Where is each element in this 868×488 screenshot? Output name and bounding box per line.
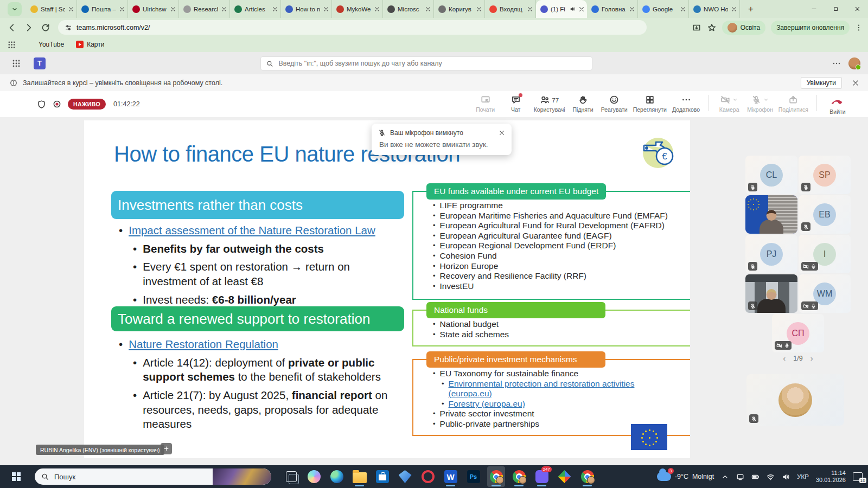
taskbar-app-icon[interactable] (419, 466, 437, 487)
participant-tile[interactable] (745, 274, 797, 313)
browser-menu-icon[interactable] (855, 24, 863, 31)
device-button[interactable]: Камера (714, 93, 744, 114)
taskbar-app-icon[interactable]: 247 (533, 466, 551, 487)
browser-tab[interactable]: Articles (230, 0, 281, 18)
browser-tab[interactable]: Ulrichsw (128, 0, 179, 18)
toolbar-button[interactable]: Почати (470, 93, 501, 114)
self-view-tile[interactable] (746, 374, 844, 426)
chevron-down-icon[interactable] (732, 97, 738, 102)
taskbar-app-icon[interactable]: Ps (464, 466, 482, 487)
toolbar-button[interactable]: 77 Користувачі (531, 93, 568, 114)
teams-search-box[interactable] (260, 56, 592, 70)
device-button[interactable]: Мікрофон (744, 93, 776, 114)
notification-center[interactable]: 10 (853, 472, 863, 481)
cast-icon[interactable] (736, 473, 744, 481)
taskbar-app-icon[interactable] (396, 466, 414, 487)
tab-close-icon[interactable] (425, 6, 431, 12)
taskbar-app-icon[interactable] (305, 466, 323, 487)
participant-tile[interactable]: CL (745, 156, 797, 194)
browser-tab[interactable]: Staff | Sc (26, 0, 77, 18)
device-button[interactable]: Поділитися (776, 93, 811, 114)
bookmark-maps[interactable]: Карти (76, 41, 104, 48)
slide-link[interactable]: Forestry (europa.eu) (449, 399, 525, 408)
window-minimize-button[interactable] (803, 0, 825, 18)
back-icon[interactable] (7, 23, 17, 33)
teams-logo[interactable]: T (34, 57, 46, 69)
browser-tab[interactable]: How to n (281, 0, 332, 18)
site-info-icon[interactable] (65, 24, 72, 31)
profile-chip[interactable]: Освіта (722, 21, 765, 35)
taskbar-app-icon[interactable]: W (442, 466, 459, 487)
tab-close-icon[interactable] (323, 6, 329, 12)
tab-close-icon[interactable] (68, 6, 74, 12)
waffle-icon[interactable] (12, 59, 21, 68)
participant-tile[interactable]: SP (799, 156, 851, 194)
prev-page-button[interactable]: ‹ (783, 354, 786, 363)
tab-audio-icon[interactable] (570, 6, 576, 12)
teams-search-input[interactable] (277, 59, 586, 68)
install-icon[interactable] (692, 23, 701, 33)
teams-profile-avatar[interactable] (848, 57, 860, 69)
taskbar-app-icon[interactable] (578, 466, 596, 487)
window-maximize-button[interactable] (825, 0, 846, 18)
browser-tab[interactable]: (1) Fi (536, 0, 587, 18)
browser-tab[interactable]: Головна (587, 0, 638, 18)
participant-tile[interactable] (745, 195, 797, 234)
enable-notifications-button[interactable]: Увімкнути (801, 77, 842, 89)
tab-close-icon[interactable] (170, 6, 176, 12)
browser-tab[interactable]: NWO Ho (689, 0, 740, 18)
slide-link[interactable]: Nature Restoration Regulation (129, 338, 278, 350)
toolbar-button[interactable]: Чат (501, 93, 531, 114)
tab-close-icon[interactable] (527, 6, 533, 12)
taskbar-app-icon[interactable] (373, 466, 391, 487)
toolbar-button[interactable]: Додатково (669, 93, 703, 114)
tab-search-button[interactable] (8, 2, 22, 16)
participant-tile[interactable]: PJ (745, 235, 797, 273)
bookmark-youtube[interactable]: YouTube (28, 41, 64, 48)
language-indicator[interactable]: УКР (797, 473, 809, 480)
slide-link[interactable]: Environmental protection and restoration… (449, 379, 635, 399)
banner-close-icon[interactable] (852, 79, 859, 87)
tab-close-icon[interactable] (731, 6, 737, 12)
tab-close-icon[interactable] (221, 6, 227, 12)
participant-tile[interactable]: СП (772, 314, 824, 352)
browser-tab[interactable]: Google (638, 0, 689, 18)
window-close-button[interactable] (846, 0, 868, 18)
chevron-down-icon[interactable] (763, 97, 769, 102)
battery-icon[interactable] (751, 473, 760, 481)
new-tab-button[interactable]: + (744, 3, 757, 16)
weather-widget[interactable]: 3 -9°C Molnigt (657, 472, 714, 481)
toolbar-button[interactable]: Підняти (568, 93, 598, 114)
reload-icon[interactable] (41, 23, 50, 33)
search-highlight-image[interactable] (213, 468, 271, 485)
taskbar-app-icon[interactable] (556, 466, 573, 487)
start-button[interactable] (12, 472, 21, 481)
tray-expand-icon[interactable] (721, 473, 729, 481)
browser-tab[interactable]: Коригув (434, 0, 485, 18)
clock[interactable]: 11:14 30.01.2026 (816, 470, 846, 484)
taskbar-app-icon[interactable] (510, 466, 528, 487)
popup-close-icon[interactable] (499, 130, 505, 136)
browser-tab[interactable]: Входящ (485, 0, 536, 18)
browser-tab[interactable]: Research (179, 0, 230, 18)
taskbar-app-icon[interactable] (328, 466, 346, 487)
toolbar-button[interactable]: Переглянути (630, 93, 669, 114)
browser-tab[interactable]: Microsc (383, 0, 434, 18)
taskbar-app-icon[interactable] (350, 466, 368, 487)
tab-close-icon[interactable] (680, 6, 686, 12)
apps-grid-icon[interactable] (8, 41, 16, 49)
zoom-in-button[interactable] (161, 443, 172, 454)
taskbar-search[interactable]: Пошук (35, 468, 271, 485)
participant-tile[interactable]: I (799, 235, 851, 273)
leave-button[interactable]: Вийти (822, 93, 853, 116)
tab-close-icon[interactable] (629, 6, 635, 12)
forward-icon[interactable] (24, 23, 34, 33)
tab-close-icon[interactable] (119, 6, 125, 12)
wifi-icon[interactable] (767, 473, 775, 481)
toolbar-button[interactable]: Реагувати (598, 93, 630, 114)
bookmark-star-icon[interactable] (707, 23, 717, 33)
browser-tab[interactable]: Пошта – (77, 0, 128, 18)
tab-close-icon[interactable] (578, 6, 585, 12)
more-options-icon[interactable] (832, 59, 841, 68)
tab-close-icon[interactable] (476, 6, 482, 12)
